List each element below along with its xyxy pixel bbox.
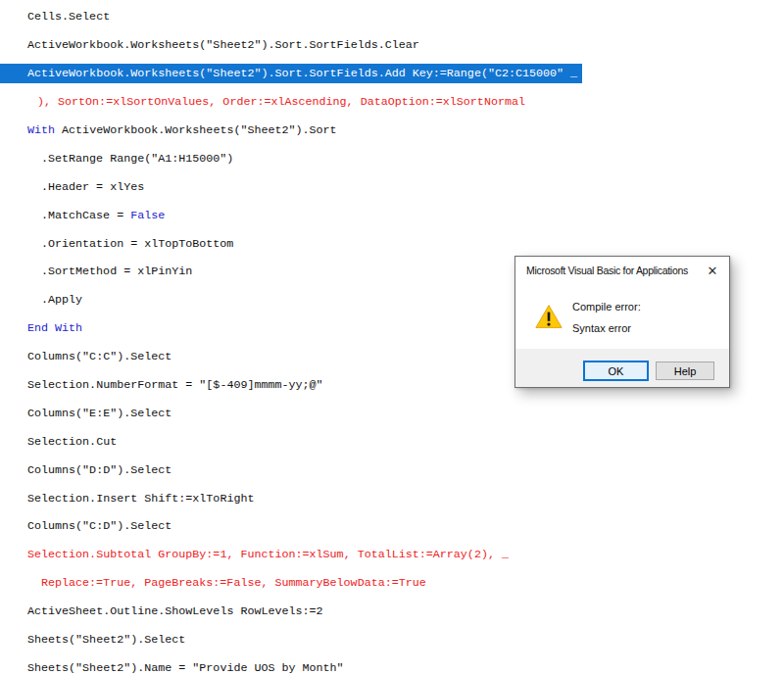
code-line[interactable]: Columns("C:D").Select (0, 512, 784, 541)
code-segment: Selection.NumberFormat = "[$-409]mmmm-yy… (27, 378, 323, 392)
vba-editor-screen: Cells.SelectActiveWorkbook.Worksheets("S… (0, 0, 784, 675)
code-segment: .SetRange Range("A1:H15000") (41, 152, 233, 166)
code-segment: .Apply (41, 293, 82, 307)
code-segment: With (27, 123, 62, 137)
code-segment: Columns("E:E").Select (27, 407, 172, 420)
code-line-selected[interactable]: ActiveWorkbook.Worksheets("Sheet2").Sort… (0, 60, 784, 88)
code-line[interactable]: Replace:=True, PageBreaks:=False, Summar… (0, 569, 784, 598)
code-segment: Sheets("Sheet2").Name = "Provide UOS by … (27, 661, 344, 675)
code-segment: .Header = xlYes (41, 180, 144, 194)
code-line[interactable]: With ActiveWorkbook.Worksheets("Sheet2")… (0, 117, 784, 145)
code-line[interactable]: Columns("D:D").Select (0, 456, 784, 484)
close-icon[interactable]: ✕ (698, 258, 727, 283)
code-segment: Columns("D:D").Select (27, 463, 172, 477)
code-segment: Sheets("Sheet2").Select (27, 633, 185, 647)
help-button[interactable]: Help (656, 362, 714, 380)
code-line[interactable]: .SetRange Range("A1:H15000") (0, 144, 784, 172)
code-line[interactable]: ActiveSheet.Outline.ShowLevels RowLevels… (0, 598, 784, 626)
code-segment: ActiveWorkbook.Worksheets("Sheet2").Sort… (27, 67, 577, 80)
code-segment: Selection.Insert Shift:=xlToRight (27, 492, 254, 506)
code-segment: Columns("C:D").Select (27, 519, 172, 533)
code-line[interactable]: ActiveWorkbook.Worksheets("Sheet2").Sort… (0, 31, 784, 60)
code-segment: Columns("C:C").Select (27, 350, 172, 363)
code-line[interactable]: ), SortOn:=xlSortOnValues, Order:=xlAsce… (0, 88, 784, 117)
code-segment: Cells.Select (27, 10, 110, 24)
code-segment: .SortMethod = xlPinYin (41, 265, 192, 278)
compile-error-dialog: Microsoft Visual Basic for Applications … (514, 256, 730, 388)
code-segment: .Orientation = xlTopToBottom (41, 237, 233, 251)
code-segment: Selection.Subtotal GroupBy:=1, Function:… (27, 548, 509, 561)
code-segment: ActiveWorkbook.Worksheets("Sheet2").Sort (62, 123, 337, 137)
dialog-footer: OK Help (515, 349, 729, 387)
ok-button[interactable]: OK (583, 361, 649, 381)
code-line[interactable]: Sheets("Sheet2").Select (0, 626, 784, 654)
code-segment: False (130, 209, 165, 222)
code-line[interactable]: .MatchCase = False (0, 201, 784, 229)
code-segment: ), SortOn:=xlSortOnValues, Order:=xlAsce… (37, 95, 525, 109)
code-line[interactable]: .Header = xlYes (0, 172, 784, 201)
dialog-titlebar[interactable]: Microsoft Visual Basic for Applications … (515, 257, 729, 284)
error-type-text: Compile error: (572, 301, 641, 313)
code-line[interactable]: Sheets("Sheet2").Name = "Provide UOS by … (0, 653, 784, 675)
dialog-body: Compile error: Syntax error (515, 284, 729, 351)
code-segment: Selection.Cut (27, 435, 117, 449)
code-segment: End With (27, 321, 82, 335)
code-segment: Replace:=True, PageBreaks:=False, Summar… (41, 576, 426, 590)
code-line[interactable]: Columns("E:E").Select (0, 399, 784, 427)
code-line[interactable]: Selection.Insert Shift:=xlToRight (0, 484, 784, 512)
code-segment: ActiveWorkbook.Worksheets("Sheet2").Sort… (27, 38, 419, 52)
error-detail-text: Syntax error (572, 322, 631, 334)
dialog-title: Microsoft Visual Basic for Applications (526, 265, 688, 276)
code-line[interactable]: Cells.Select (0, 3, 784, 31)
code-line[interactable]: Selection.Subtotal GroupBy:=1, Function:… (0, 541, 784, 569)
warning-triangle-icon (535, 304, 563, 329)
code-segment: .MatchCase = (41, 209, 130, 222)
code-line[interactable]: Selection.Cut (0, 427, 784, 456)
code-segment: ActiveSheet.Outline.ShowLevels RowLevels… (27, 604, 323, 618)
code-line[interactable]: .Orientation = xlTopToBottom (0, 229, 784, 258)
selection-highlight: ActiveWorkbook.Worksheets("Sheet2").Sort… (0, 64, 582, 83)
